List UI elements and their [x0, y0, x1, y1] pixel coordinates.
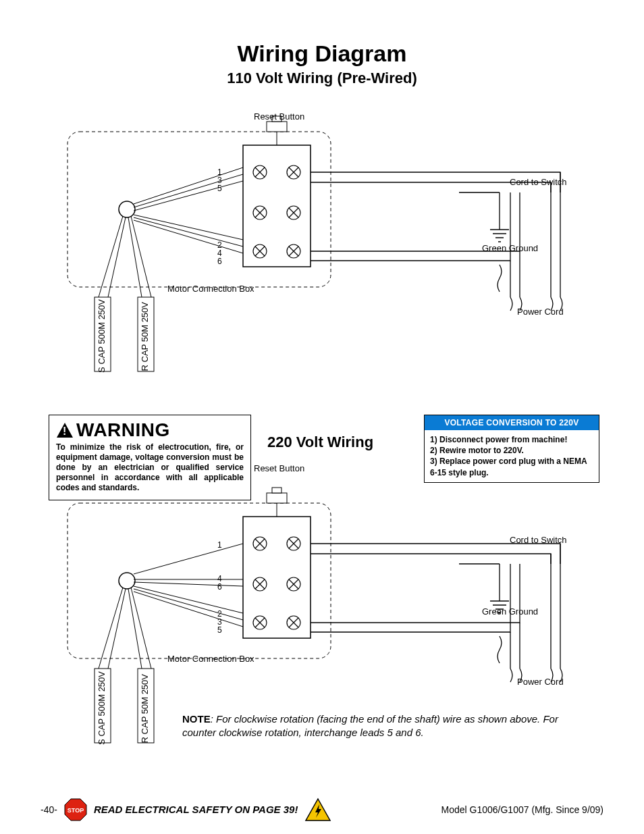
- s-cap-110: S CAP 500M 250V: [97, 299, 107, 373]
- stop-icon: STOP: [64, 798, 87, 821]
- svg-rect-1: [243, 145, 311, 267]
- svg-point-11: [119, 201, 135, 217]
- footer-safety-text: READ ELECTRICAL SAFETY ON PAGE 39!: [94, 804, 298, 816]
- voltconv-heading: VOLTAGE CONVERSION TO 220V: [425, 415, 599, 430]
- page-footer: -40- STOP READ ELECTRICAL SAFETY ON PAGE…: [0, 798, 644, 822]
- rotation-note: NOTE: For clockwise rotation (facing the…: [182, 712, 594, 739]
- ground-label-220: Green Ground: [482, 606, 538, 617]
- svg-line-16: [134, 217, 243, 246]
- subtitle-110: 110 Volt Wiring (Pre-Wired): [34, 70, 610, 87]
- svg-rect-2: [267, 122, 287, 132]
- term-220-6: 6: [217, 582, 222, 592]
- svg-line-41: [134, 589, 243, 620]
- svg-line-46: [131, 588, 151, 669]
- svg-rect-26: [243, 517, 311, 638]
- footer-model: Model G1006/G1007 (Mfg. Since 9/09): [441, 804, 603, 815]
- svg-line-39: [134, 582, 243, 586]
- r-cap-220: R CAP 50M 250V: [140, 674, 150, 743]
- page-number: -40-: [41, 804, 57, 815]
- warning-heading: ! WARNING: [56, 419, 244, 441]
- reset-label-220: Reset Button: [254, 463, 304, 473]
- svg-line-45: [128, 589, 142, 669]
- svg-line-15: [134, 215, 243, 240]
- term-220-1: 1: [217, 540, 222, 550]
- cord-switch-220: Cord to Switch: [510, 535, 567, 545]
- term-110-5: 5: [217, 184, 222, 193]
- motor-box-label-220: Motor Connection Box: [167, 654, 254, 664]
- power-cord-220: Power Cord: [517, 677, 564, 687]
- svg-rect-28: [272, 488, 281, 493]
- svg-line-13: [134, 174, 243, 207]
- s-cap-220: S CAP 500M 250V: [97, 671, 107, 745]
- reset-label-110: Reset Button: [254, 111, 304, 122]
- svg-line-37: [134, 544, 243, 574]
- svg-text:!: !: [63, 425, 67, 437]
- svg-line-21: [131, 216, 151, 297]
- svg-text:STOP: STOP: [68, 807, 84, 814]
- motor-box-label-110: Motor Connection Box: [167, 284, 254, 294]
- subtitle-220: 220 Volt Wiring: [267, 434, 373, 451]
- svg-point-36: [119, 573, 135, 589]
- term-110-6: 6: [217, 257, 222, 266]
- cord-switch-110: Cord to Switch: [510, 177, 567, 187]
- page-title: Wiring Diagram: [34, 41, 610, 67]
- term-220-5: 5: [217, 625, 222, 635]
- svg-rect-27: [267, 493, 287, 503]
- shock-warning-icon: [304, 798, 331, 822]
- svg-line-17: [134, 220, 243, 253]
- r-cap-110: R CAP 50M 250V: [140, 302, 150, 371]
- power-cord-110: Power Cord: [517, 307, 564, 317]
- warning-icon: !: [56, 422, 74, 438]
- ground-label-110: Green Ground: [482, 243, 538, 253]
- svg-line-20: [128, 217, 142, 297]
